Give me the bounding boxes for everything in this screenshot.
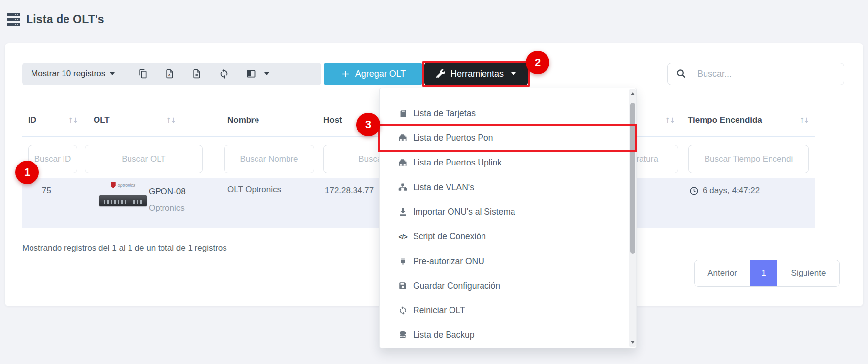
export-excel-icon[interactable]: x [164,68,175,79]
pagination-current-page[interactable]: 1 [750,260,777,286]
reload-table-icon[interactable] [219,68,229,79]
sort-icon[interactable] [166,116,175,124]
search-box [667,63,844,85]
column-header-olt[interactable]: OLT [94,115,110,125]
ethernet-port-icon [397,157,408,168]
menu-item-label: Pre-autorizar ONU [413,256,484,266]
cell-nombre: OLT Optronics [227,185,281,195]
pagination-next-button[interactable]: Siguiente [777,260,839,286]
column-visibility-icon[interactable] [246,68,269,79]
menu-item-lista-de-backup[interactable]: Lista de Backup [380,323,636,347]
menu-item-label: Lista de Tarjetas [413,108,476,119]
network-sitemap-icon [397,182,408,193]
sort-icon[interactable] [799,116,808,124]
filter-nombre-input[interactable] [224,145,314,173]
page-title: Lista de OLT's [26,13,104,26]
chevron-down-icon [110,72,115,75]
server-icon [7,13,20,26]
scroll-down-icon[interactable] [631,341,635,344]
cell-olt-model: GPON-08 [149,187,186,197]
step-annotation-3: 3 [356,113,380,136]
page-header: Lista de OLT's [7,13,104,26]
cell-id: 75 [42,186,51,196]
sort-icon[interactable] [68,116,77,124]
highlight-box-puertos-pon [378,124,637,152]
svg-text:x: x [168,72,171,77]
menu-item-label: Guardar Configuración [413,281,500,291]
cell-olt-vendor: Optronics [149,203,185,213]
brand-shield-icon [111,182,116,188]
menu-item-label: Lista de Puertos Uplink [413,158,502,168]
refresh-icon [397,305,408,316]
pagination-previous-button[interactable]: Anterior [695,260,750,286]
copy-icon[interactable] [137,68,148,79]
filter-tiempo-input[interactable] [688,145,809,173]
menu-item-label: Reiniciar OLT [413,305,465,316]
save-icon [397,280,408,291]
pagination: Anterior 1 Siguiente [694,260,840,287]
plus-icon [341,69,350,79]
table-toolbar: Mostrar 10 registros x [22,63,321,85]
menu-item-lista-de-puertos-uplink[interactable]: Lista de Puertos Uplink [380,150,636,175]
database-icon [397,330,408,340]
search-icon [676,68,687,79]
column-header-tiempo-encendida[interactable]: Tiempo Encendida [688,115,762,125]
menu-item-importar-onus[interactable]: Importar ONU's al Sistema [380,199,636,224]
add-olt-button[interactable]: Agregar OLT [324,63,422,85]
menu-item-label: Importar ONU's al Sistema [413,207,515,217]
code-icon [397,231,408,242]
column-header-id[interactable]: ID [28,115,36,125]
scroll-up-icon[interactable] [631,92,635,95]
table-summary: Mostrando registros del 1 al 1 de un tot… [22,243,227,253]
olt-device-image: optronics [99,182,147,206]
page-length-select[interactable]: Mostrar 10 registros [31,69,115,79]
sd-card-icon [397,108,408,119]
clock-icon [689,186,699,196]
brand-logo-text: optronics [118,183,136,188]
uptime-value: 6 days, 4:47:22 [703,186,760,196]
menu-item-reiniciar-olt[interactable]: Reiniciar OLT [380,298,636,323]
menu-item-guardar-configuracion[interactable]: Guardar Configuración [380,273,636,298]
page-length-label: Mostrar 10 registros [31,69,105,79]
olt-list-page: Lista de OLT's Mostrar 10 registros x [0,0,868,364]
step-annotation-1: 1 [15,161,39,184]
menu-item-script-de-conexion[interactable]: Script de Conexión [380,224,636,249]
menu-item-label: Lista de Backup [413,330,475,340]
menu-item-label: Script de Conexión [413,232,486,242]
cell-tiempo-encendida: 6 days, 4:47:22 [689,186,760,196]
highlight-box-herramientas [422,61,530,87]
sort-icon[interactable] [249,116,258,124]
step-annotation-2: 2 [526,51,549,74]
add-olt-label: Agregar OLT [355,69,406,79]
export-file-icon[interactable] [192,68,202,79]
search-input[interactable] [696,68,826,80]
download-icon [397,206,408,217]
rack-device-image [99,195,147,206]
menu-item-lista-de-vlans[interactable]: Lista de VLAN's [380,175,636,199]
filter-olt-input[interactable] [85,145,203,173]
cell-host: 172.28.34.77 [325,186,374,196]
menu-item-pre-autorizar-onu[interactable]: Pre-autorizar ONU [380,249,636,273]
menu-item-lista-de-tarjetas[interactable]: Lista de Tarjetas [380,101,636,126]
chevron-down-icon [264,72,269,75]
menu-item-label: Lista de VLAN's [413,182,474,193]
column-header-host[interactable]: Host [323,115,342,125]
sort-icon[interactable] [665,116,674,124]
plug-icon [397,256,408,266]
